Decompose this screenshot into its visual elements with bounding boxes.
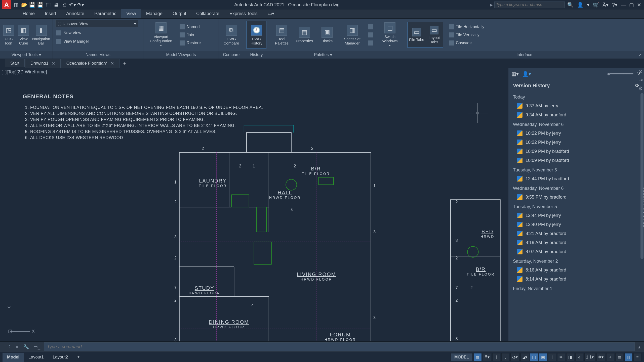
tab-parametric[interactable]: Parametric: [89, 9, 121, 18]
layout-tab-2[interactable]: Layout2: [48, 353, 73, 362]
vh-entry[interactable]: 9:55 PM by bradford: [511, 193, 641, 202]
maximize-button[interactable]: ▢: [628, 2, 634, 8]
palette-small-3[interactable]: [367, 40, 374, 46]
layout-tabs-button[interactable]: ▭Layout Tabs: [425, 22, 443, 48]
status-osnap-icon[interactable]: ◫: [530, 353, 538, 361]
open-icon[interactable]: 📂: [21, 2, 27, 8]
status-model[interactable]: MODEL: [451, 353, 473, 361]
vp-named-button[interactable]: Named: [179, 24, 202, 30]
doc-tab-drawing1[interactable]: Drawing1✕: [25, 59, 61, 68]
redo-icon[interactable]: ↷▾: [77, 2, 84, 8]
vh-entry[interactable]: 10:09 PM by bradford: [511, 156, 641, 165]
vh-entry[interactable]: 8:19 AM by bradford: [511, 238, 641, 247]
save-icon[interactable]: 💾: [29, 2, 35, 8]
vh-entry[interactable]: 12:44 PM by jerry: [511, 211, 641, 220]
vh-entry[interactable]: 10:22 PM by jerry: [511, 129, 641, 138]
command-input[interactable]: [44, 342, 635, 351]
status-cycle-icon[interactable]: ⟐: [575, 353, 583, 361]
vh-grid-icon[interactable]: ▦▾: [511, 71, 519, 77]
vh-entry[interactable]: 12:40 PM by jerry: [511, 220, 641, 229]
vh-dot-icon[interactable]: ●━━━━━━━: [607, 71, 633, 77]
scrollbar[interactable]: [640, 93, 643, 259]
dwg-compare-button[interactable]: ⧉DWG Compare: [221, 21, 241, 49]
view-cube-button[interactable]: ◧View Cube: [17, 21, 30, 49]
new-icon[interactable]: ▥: [13, 2, 19, 8]
status-lwt-icon[interactable]: ✏: [557, 353, 565, 361]
vh-entry[interactable]: 8:21 AM by bradford: [511, 229, 641, 238]
tab-collaborate[interactable]: Collaborate: [191, 9, 224, 18]
search-icon[interactable]: 🔍: [567, 2, 574, 8]
tool-palettes-button[interactable]: ▤Tool Palettes: [272, 21, 292, 49]
tile-vert-button[interactable]: Tile Vertically: [448, 32, 485, 38]
search-input[interactable]: [496, 3, 563, 7]
tab-extra[interactable]: ▭▾: [263, 9, 279, 18]
named-view-selector[interactable]: ⬚ Unsaved View▾: [55, 20, 138, 27]
vh-list[interactable]: Today9:37 AM by jerry9:34 AM by bradford…: [508, 91, 644, 341]
app-logo[interactable]: A: [2, 0, 11, 9]
close-icon[interactable]: ✕: [52, 61, 55, 66]
status-clean-icon[interactable]: ▥: [624, 353, 632, 361]
vp-join-button[interactable]: Join: [179, 32, 202, 38]
tile-horiz-button[interactable]: Tile Horizontally: [448, 24, 485, 30]
dropdown-icon[interactable]: ▾: [587, 2, 589, 8]
tab-insert[interactable]: Insert: [40, 9, 61, 18]
app-switcher-icon[interactable]: Ä▾: [603, 2, 609, 8]
doc-tab-start[interactable]: Start: [5, 59, 25, 67]
vh-entry[interactable]: 9:34 AM by bradford: [511, 110, 641, 119]
status-qp-icon[interactable]: ▤: [615, 353, 623, 361]
palette-small-2[interactable]: [367, 32, 374, 38]
panel-close-icon[interactable]: ✕: [638, 68, 643, 74]
cascade-button[interactable]: Cascade: [448, 40, 485, 46]
undo-icon[interactable]: ↶▾: [69, 2, 75, 8]
vh-entry[interactable]: 8:07 AM by bradford: [511, 247, 641, 256]
tab-view[interactable]: View: [121, 9, 141, 18]
status-plus-icon[interactable]: +: [606, 353, 614, 361]
close-icon[interactable]: ✕: [110, 61, 114, 66]
doc-tab-oceanside[interactable]: Oceanside Floorplan*✕: [61, 59, 119, 68]
vh-user-filter-icon[interactable]: 👤▾: [522, 71, 531, 77]
panel-palettes[interactable]: Palettes ▾: [269, 51, 377, 59]
search-box[interactable]: [494, 2, 565, 8]
status-trans-icon[interactable]: ◨: [566, 353, 574, 361]
plot-icon[interactable]: 🖶: [53, 2, 59, 8]
close-button[interactable]: ✕: [636, 2, 642, 8]
properties-button[interactable]: ▤Properties: [294, 21, 314, 49]
layout-tab-add[interactable]: +: [72, 352, 85, 362]
tab-manage[interactable]: Manage: [141, 9, 168, 18]
switch-windows-button[interactable]: ◫Switch Windows▾: [380, 21, 400, 49]
layout-tab-model[interactable]: Model: [3, 353, 24, 362]
vh-entry[interactable]: 12:44 PM by bradford: [511, 174, 641, 183]
cmdline-expand-icon[interactable]: ▴: [637, 344, 641, 350]
status-polar-icon[interactable]: ◔▾: [510, 353, 519, 361]
tab-home[interactable]: Home: [18, 9, 40, 18]
dwg-history-button[interactable]: 🕘DWG History: [247, 21, 266, 49]
viewport-config-button[interactable]: ▦Viewport Configuration▾: [146, 21, 176, 49]
view-manager-button[interactable]: View Manager: [55, 38, 141, 44]
status-grid-icon[interactable]: ▦: [474, 353, 482, 361]
vh-entry[interactable]: 8:16 AM by bradford: [511, 265, 641, 275]
vh-entry[interactable]: 8:14 AM by bradford: [511, 275, 641, 284]
vp-restore-button[interactable]: Restore: [179, 40, 202, 46]
status-gear-icon[interactable]: ✲▾: [596, 353, 605, 361]
cmdline-grip[interactable]: ⋮⋮: [3, 344, 12, 350]
status-otrack-icon[interactable]: ▣: [539, 353, 547, 361]
palette-small-1[interactable]: [367, 24, 374, 30]
layout-tab-1[interactable]: Layout1: [24, 353, 48, 362]
nav-bar-button[interactable]: ▮Navigation Bar: [32, 21, 50, 49]
vh-entry[interactable]: 9:37 AM by jerry: [511, 101, 641, 110]
ucs-icon-button[interactable]: ◳UCS Icon: [3, 21, 15, 49]
sheet-set-button[interactable]: ▥Sheet Set Manager: [340, 21, 365, 49]
new-view-button[interactable]: New View: [55, 30, 141, 36]
status-customize-icon[interactable]: ≡: [633, 353, 641, 361]
vh-entry[interactable]: 10:09 PM by bradford: [511, 147, 641, 156]
user-icon[interactable]: 👤: [577, 2, 583, 8]
cmdline-customize-icon[interactable]: 🔧: [22, 344, 30, 350]
blocks-button[interactable]: ▣Blocks: [317, 21, 337, 49]
cmdline-close-icon[interactable]: ✕: [14, 344, 20, 350]
panel-settings-icon[interactable]: ⚙: [638, 85, 643, 92]
file-tabs-button[interactable]: ▭File Tabs: [408, 22, 425, 48]
tab-express-tools[interactable]: Express Tools: [224, 9, 263, 18]
panel-viewport-tools[interactable]: Viewport Tools ▾: [0, 51, 53, 59]
cart-icon[interactable]: 🛒: [593, 2, 599, 8]
panel-collapse-icon[interactable]: ⇥: [638, 77, 643, 83]
